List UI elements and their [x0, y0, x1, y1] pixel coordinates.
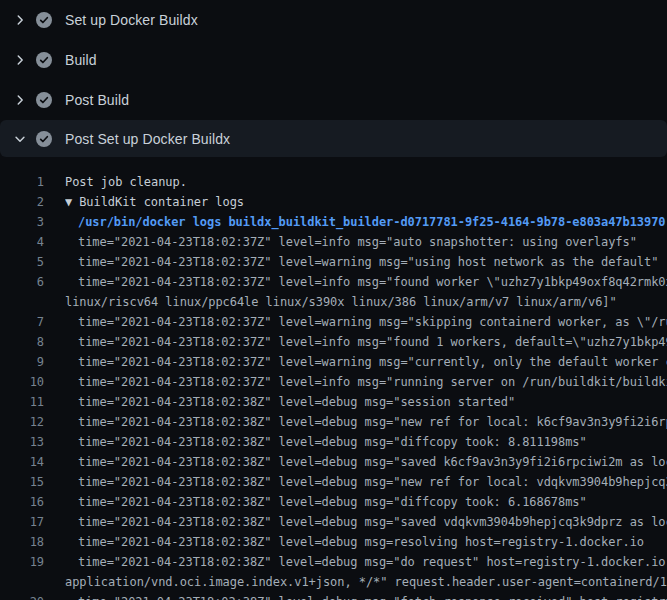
line-number[interactable]: 15 [0, 472, 44, 492]
log-text: Post job cleanup. [65, 175, 187, 189]
log-text: time="2021-04-23T18:02:38Z" level=debug … [78, 495, 587, 509]
log-text: time="2021-04-23T18:02:37Z" level=info m… [78, 235, 637, 249]
log-line: 19 time="2021-04-23T18:02:38Z" level=deb… [0, 552, 667, 572]
chevron-right-icon [13, 13, 27, 27]
line-number[interactable]: 9 [0, 352, 44, 372]
log-text: time="2021-04-23T18:02:37Z" level=info m… [78, 335, 667, 349]
line-number[interactable]: 18 [0, 532, 44, 552]
log-line: 12 time="2021-04-23T18:02:38Z" level=deb… [0, 412, 667, 432]
log-line: 1 Post job cleanup. [0, 172, 667, 192]
chevron-down-icon [13, 132, 27, 146]
collapse-triangle-icon[interactable]: ▼ [65, 195, 72, 209]
actions-log-viewer: { "colors": { "page_bg": "#0b0d11", "exp… [0, 0, 667, 600]
line-number[interactable]: 2 [0, 192, 44, 212]
log-line: linux/riscv64 linux/ppc64le linux/s390x … [0, 292, 667, 312]
line-number[interactable]: 6 [0, 272, 44, 292]
line-number[interactable]: 7 [0, 312, 44, 332]
step-row-2[interactable]: Post Build [0, 80, 667, 120]
log-text: time="2021-04-23T18:02:38Z" level=debug … [78, 475, 667, 489]
line-number[interactable]: 20 [0, 592, 44, 600]
line-number[interactable] [0, 292, 44, 312]
log-line: 8 time="2021-04-23T18:02:37Z" level=info… [0, 332, 667, 352]
check-circle-icon [36, 92, 52, 108]
line-number[interactable]: 13 [0, 432, 44, 452]
log-text: time="2021-04-23T18:02:38Z" level=debug … [78, 595, 667, 600]
chevron-right-icon [13, 53, 27, 67]
check-circle-icon [36, 131, 52, 147]
log-text: time="2021-04-23T18:02:37Z" level=info m… [78, 275, 667, 289]
log-text: time="2021-04-23T18:02:38Z" level=debug … [78, 395, 515, 409]
log-text: time="2021-04-23T18:02:38Z" level=debug … [78, 435, 587, 449]
line-number[interactable]: 5 [0, 252, 44, 272]
step-row-1[interactable]: Build [0, 40, 667, 80]
log-line: 20 time="2021-04-23T18:02:38Z" level=deb… [0, 592, 667, 600]
step-row-0[interactable]: Set up Docker Buildx [0, 0, 667, 40]
line-number[interactable]: 10 [0, 372, 44, 392]
log-text: BuildKit container logs [79, 195, 244, 209]
log-line: 5 time="2021-04-23T18:02:37Z" level=warn… [0, 252, 667, 272]
log-text: time="2021-04-23T18:02:38Z" level=debug … [78, 455, 667, 469]
log-text: time="2021-04-23T18:02:37Z" level=warnin… [78, 315, 667, 329]
log-line: 16 time="2021-04-23T18:02:38Z" level=deb… [0, 492, 667, 512]
log-line: 11 time="2021-04-23T18:02:38Z" level=deb… [0, 392, 667, 412]
line-number[interactable]: 14 [0, 452, 44, 472]
step-label: Post Build [65, 92, 129, 108]
line-number[interactable]: 12 [0, 412, 44, 432]
log-text: time="2021-04-23T18:02:37Z" level=info m… [78, 375, 667, 389]
check-circle-icon [36, 12, 52, 28]
line-number[interactable]: 19 [0, 552, 44, 572]
chevron-right-icon [13, 93, 27, 107]
line-number[interactable]: 16 [0, 492, 44, 512]
log-text: time="2021-04-23T18:02:38Z" level=debug … [78, 535, 644, 549]
log-text: /usr/bin/docker logs buildx_buildkit_bui… [78, 215, 666, 229]
log-text: time="2021-04-23T18:02:37Z" level=warnin… [78, 255, 658, 269]
step-label: Post Set up Docker Buildx [65, 131, 230, 147]
log-line: 13 time="2021-04-23T18:02:38Z" level=deb… [0, 432, 667, 452]
line-number[interactable]: 11 [0, 392, 44, 412]
log-text: time="2021-04-23T18:02:37Z" level=warnin… [78, 355, 667, 369]
log-text: time="2021-04-23T18:02:38Z" level=debug … [78, 555, 667, 569]
line-number[interactable]: 1 [0, 172, 44, 192]
log-line: 7 time="2021-04-23T18:02:37Z" level=warn… [0, 312, 667, 332]
log-line: 10 time="2021-04-23T18:02:37Z" level=inf… [0, 372, 667, 392]
log-line: 15 time="2021-04-23T18:02:38Z" level=deb… [0, 472, 667, 492]
step-row-3[interactable]: Post Set up Docker Buildx [0, 120, 667, 157]
check-circle-icon [36, 52, 52, 68]
log-line: 14 time="2021-04-23T18:02:38Z" level=deb… [0, 452, 667, 472]
log-text: linux/riscv64 linux/ppc64le linux/s390x … [65, 295, 617, 309]
log-text: application/vnd.oci.image.index.v1+json,… [65, 575, 667, 589]
log-line: 17 time="2021-04-23T18:02:38Z" level=deb… [0, 512, 667, 532]
log-line: 6 time="2021-04-23T18:02:37Z" level=info… [0, 272, 667, 292]
log-area: 1 Post job cleanup. 2 ▼BuildKit containe… [0, 157, 667, 600]
log-line: 18 time="2021-04-23T18:02:38Z" level=deb… [0, 532, 667, 552]
log-line: 2 ▼BuildKit container logs [0, 192, 667, 212]
log-text: time="2021-04-23T18:02:38Z" level=debug … [78, 415, 667, 429]
log-line: 3 /usr/bin/docker logs buildx_buildkit_b… [0, 212, 667, 232]
log-line: 9 time="2021-04-23T18:02:37Z" level=warn… [0, 352, 667, 372]
step-label: Set up Docker Buildx [65, 12, 198, 28]
log-line: application/vnd.oci.image.index.v1+json,… [0, 572, 667, 592]
steps-list: Set up Docker Buildx Build [0, 0, 667, 157]
line-number[interactable]: 3 [0, 212, 44, 232]
log-text: time="2021-04-23T18:02:38Z" level=debug … [78, 515, 667, 529]
line-number[interactable]: 17 [0, 512, 44, 532]
line-number[interactable]: 8 [0, 332, 44, 352]
line-number[interactable] [0, 572, 44, 592]
log-line: 4 time="2021-04-23T18:02:37Z" level=info… [0, 232, 667, 252]
step-label: Build [65, 52, 97, 68]
line-number[interactable]: 4 [0, 232, 44, 252]
